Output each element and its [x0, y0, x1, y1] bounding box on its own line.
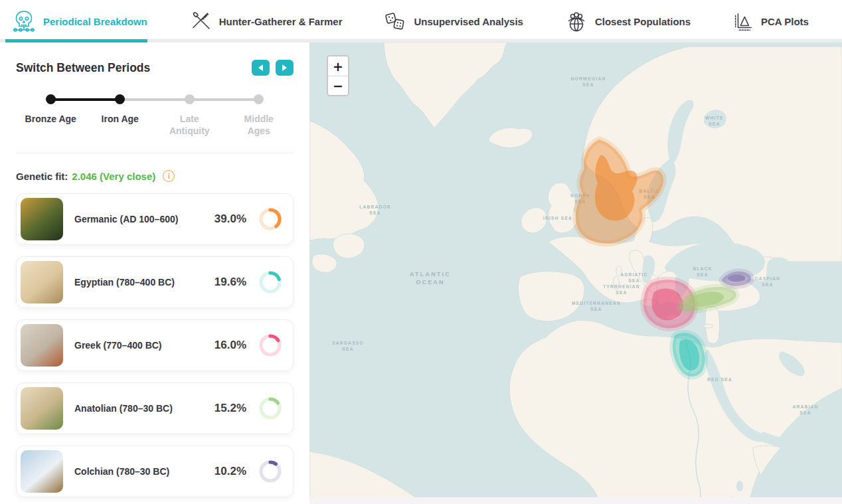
next-period-button[interactable] [276, 60, 294, 76]
population-thumbnail [21, 198, 63, 240]
tab-periodical-breakdown[interactable]: Periodical Breakdown [12, 9, 147, 33]
tab-pca-plots[interactable]: PCA Plots [732, 11, 809, 32]
percent-ring [257, 395, 284, 422]
period-dot [46, 94, 56, 104]
panel-title: Switch Between Periods [16, 61, 150, 75]
map-attribution-bar [309, 497, 842, 504]
tab-closest-populations[interactable]: Closest Populations [565, 10, 691, 33]
period-label: Bronze Age [25, 113, 76, 125]
population-name: Greek (770–400 BC) [74, 340, 214, 351]
genetic-fit-value: 2.046 (Very close) [72, 171, 155, 182]
period-dot [254, 94, 264, 104]
tab-unsupervised-analysis[interactable]: Unsupervised Analysis [384, 10, 523, 33]
population-card[interactable]: Greek (770–400 BC) 16.0% [16, 319, 294, 371]
caribbean-island [338, 438, 340, 440]
active-tab-underline [5, 39, 147, 42]
population-percent: 19.6% [214, 276, 246, 289]
map-zoom-control: + − [327, 55, 349, 96]
left-arrow-icon [258, 64, 263, 71]
cyprus [704, 324, 713, 328]
lake-victoria [736, 481, 743, 491]
period-stop[interactable]: Middle Ages [224, 94, 294, 137]
population-percent: 10.2% [214, 465, 246, 478]
colchian-region-blob [722, 272, 751, 286]
population-thumbnail [21, 450, 63, 493]
caribbean-island [349, 448, 351, 450]
population-percent: 15.2% [214, 402, 246, 415]
ancestry-app: Periodical Breakdown Hunter-Gatherer & F… [0, 0, 842, 504]
left-panel: Switch Between Periods Bronze Age [0, 42, 309, 504]
period-stop[interactable]: Iron Age [86, 94, 155, 137]
tab-label: Periodical Breakdown [43, 16, 147, 27]
population-thumbnail [21, 324, 63, 367]
zoom-in-button[interactable]: + [328, 56, 348, 76]
right-arrow-icon [282, 64, 287, 71]
period-label: Middle Ages [232, 113, 286, 137]
genetic-fit-row: Genetic fit: 2.046 (Very close) i [0, 153, 309, 193]
percent-ring [257, 269, 284, 295]
skull-timeline-icon [12, 9, 36, 33]
newfoundland [333, 234, 365, 258]
percent-ring [257, 206, 284, 232]
tab-label: Unsupervised Analysis [414, 16, 523, 27]
population-card[interactable]: Germanic (AD 100–600) 39.0% [16, 193, 294, 245]
period-stop[interactable]: Late Antiquity [155, 94, 224, 137]
egyptian-region-blob [673, 333, 705, 377]
population-card[interactable]: Egyptian (780–400 BC) 19.6% [16, 256, 294, 308]
crossed-weapons-icon [189, 10, 212, 33]
tab-label: Hunter-Gatherer & Farmer [219, 16, 343, 27]
globe-people-icon [565, 10, 588, 33]
population-name: Germanic (AD 100–600) [74, 214, 214, 224]
tab-label: Closest Populations [595, 16, 691, 27]
top-nav: Periodical Breakdown Hunter-Gatherer & F… [0, 0, 842, 42]
period-dot [115, 94, 125, 104]
sea-label-red-sea: RED SEA [707, 377, 732, 382]
info-icon[interactable]: i [163, 170, 175, 182]
population-percent: 39.0% [214, 212, 246, 226]
genetic-fit-label: Genetic fit: [16, 171, 68, 182]
percent-ring [257, 458, 284, 485]
period-label: Late Antiquity [163, 113, 216, 137]
dice-icon [384, 10, 406, 33]
population-name: Egyptian (780–400 BC) [74, 277, 214, 288]
population-card[interactable]: Anatolian (780–30 BC) 15.2% [16, 382, 294, 434]
period-label: Iron Age [102, 113, 139, 125]
tab-label: PCA Plots [761, 16, 809, 27]
europe-map[interactable]: NORWEGIANSEAWHITESEALABRADORSEANORTHSEAB… [309, 42, 842, 504]
map-canvas[interactable]: NORWEGIANSEAWHITESEALABRADORSEANORTHSEAB… [309, 42, 842, 504]
period-switcher: Switch Between Periods Bronze Age [0, 42, 309, 153]
zoom-out-button[interactable]: − [328, 76, 348, 95]
population-card-list: Germanic (AD 100–600) 39.0% Egyptian (78… [0, 193, 309, 497]
percent-ring [257, 332, 284, 359]
sea-label-irish-sea: IRISH SEA [543, 216, 572, 220]
prev-period-button[interactable] [252, 60, 270, 76]
period-dot [185, 94, 195, 104]
population-name: Colchian (780–30 BC) [74, 466, 214, 477]
population-thumbnail [21, 261, 63, 303]
population-card[interactable]: Colchian (780–30 BC) 10.2% [16, 446, 294, 497]
caribbean-island [343, 443, 345, 444]
pca-plot-icon [732, 11, 754, 32]
period-stop[interactable]: Bronze Age [16, 94, 86, 137]
population-percent: 16.0% [214, 339, 246, 352]
population-thumbnail [21, 387, 63, 430]
tab-hunter-gatherer-farmer[interactable]: Hunter-Gatherer & Farmer [189, 10, 343, 33]
population-name: Anatolian (780–30 BC) [74, 403, 214, 414]
period-timeline: Bronze AgeIron AgeLate AntiquityMiddle A… [16, 94, 294, 137]
